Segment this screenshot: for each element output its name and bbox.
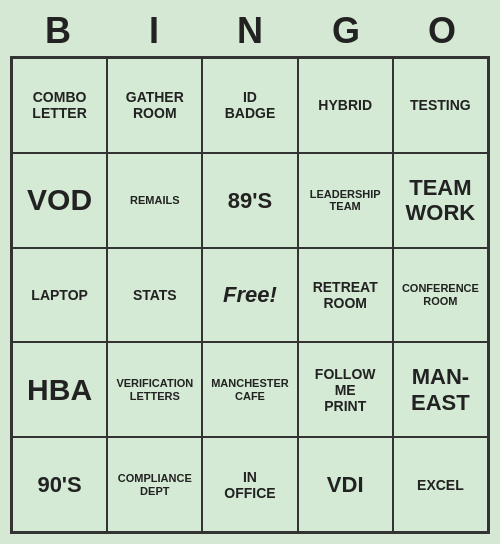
cell-label: HYBRID	[318, 97, 372, 113]
bingo-letter: G	[302, 10, 390, 52]
bingo-cell[interactable]: COMBO LETTER	[12, 58, 107, 153]
bingo-letter: I	[110, 10, 198, 52]
cell-label: LAPTOP	[31, 287, 88, 303]
bingo-cell[interactable]: TEAM WORK	[393, 153, 488, 248]
bingo-cell[interactable]: Free!	[202, 248, 297, 343]
cell-label: VDI	[327, 472, 364, 497]
cell-label: STATS	[133, 287, 177, 303]
bingo-cell[interactable]: EXCEL	[393, 437, 488, 532]
bingo-cell[interactable]: TESTING	[393, 58, 488, 153]
cell-label: COMBO LETTER	[32, 89, 86, 121]
bingo-cell[interactable]: 89'S	[202, 153, 297, 248]
bingo-cell[interactable]: VDI	[298, 437, 393, 532]
bingo-grid: COMBO LETTERGATHER ROOMID BADGEHYBRIDTES…	[10, 56, 490, 534]
bingo-cell[interactable]: IN OFFICE	[202, 437, 297, 532]
bingo-cell[interactable]: RETREAT ROOM	[298, 248, 393, 343]
cell-label: TEAM WORK	[406, 175, 476, 226]
bingo-cell[interactable]: MAN- EAST	[393, 342, 488, 437]
bingo-cell[interactable]: COMPLIANCE DEPT	[107, 437, 202, 532]
bingo-cell[interactable]: 90'S	[12, 437, 107, 532]
bingo-cell[interactable]: REMAILS	[107, 153, 202, 248]
bingo-cell[interactable]: HYBRID	[298, 58, 393, 153]
cell-label: FOLLOW ME PRINT	[315, 366, 376, 414]
cell-label: 89'S	[228, 188, 272, 213]
cell-label: MANCHESTER CAFE	[211, 377, 289, 402]
cell-label: LEADERSHIP TEAM	[310, 188, 381, 213]
cell-label: IN OFFICE	[224, 469, 275, 501]
bingo-cell[interactable]: MANCHESTER CAFE	[202, 342, 297, 437]
cell-label: TESTING	[410, 97, 471, 113]
cell-label: HBA	[27, 373, 92, 408]
bingo-header: BINGO	[10, 10, 490, 52]
cell-label: CONFERENCE ROOM	[402, 282, 479, 307]
cell-label: ID BADGE	[225, 89, 276, 121]
cell-label: 90'S	[37, 472, 81, 497]
cell-label: RETREAT ROOM	[313, 279, 378, 311]
cell-label: VERIFICATION LETTERS	[116, 377, 193, 402]
bingo-cell[interactable]: LAPTOP	[12, 248, 107, 343]
bingo-cell[interactable]: VERIFICATION LETTERS	[107, 342, 202, 437]
cell-label: MAN- EAST	[411, 364, 470, 415]
bingo-cell[interactable]: STATS	[107, 248, 202, 343]
cell-label: REMAILS	[130, 194, 180, 207]
bingo-letter: O	[398, 10, 486, 52]
bingo-letter: N	[206, 10, 294, 52]
bingo-cell[interactable]: VOD	[12, 153, 107, 248]
cell-label: VOD	[27, 183, 92, 218]
cell-label: GATHER ROOM	[126, 89, 184, 121]
bingo-cell[interactable]: CONFERENCE ROOM	[393, 248, 488, 343]
bingo-cell[interactable]: LEADERSHIP TEAM	[298, 153, 393, 248]
cell-label: EXCEL	[417, 477, 464, 493]
cell-label: COMPLIANCE DEPT	[118, 472, 192, 497]
bingo-cell[interactable]: HBA	[12, 342, 107, 437]
bingo-cell[interactable]: GATHER ROOM	[107, 58, 202, 153]
cell-label: Free!	[223, 282, 277, 307]
bingo-letter: B	[14, 10, 102, 52]
bingo-cell[interactable]: ID BADGE	[202, 58, 297, 153]
bingo-cell[interactable]: FOLLOW ME PRINT	[298, 342, 393, 437]
